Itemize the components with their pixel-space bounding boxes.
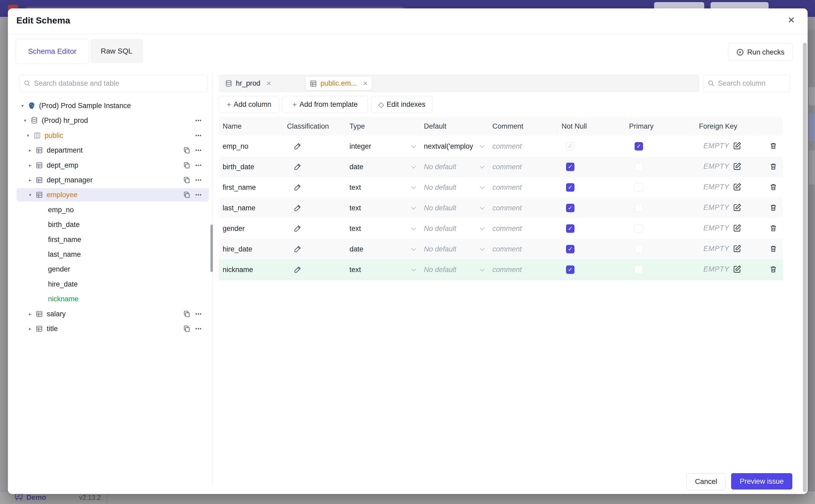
database-tab-chip[interactable]: public.em...✕	[306, 77, 371, 90]
close-chip-icon[interactable]: ✕	[363, 80, 368, 87]
chevron-down-icon[interactable]	[479, 145, 485, 148]
caret-right-icon[interactable]: ▸	[29, 311, 35, 317]
chevron-down-icon[interactable]	[411, 206, 417, 210]
copy-icon[interactable]	[183, 191, 190, 198]
more-icon[interactable]	[195, 132, 202, 139]
trash-icon[interactable]	[769, 245, 777, 253]
pencil-icon[interactable]	[294, 245, 302, 253]
tree-item-nickname[interactable]: nickname	[17, 292, 209, 306]
caret-right-icon[interactable]: ▸	[29, 148, 35, 153]
chevron-down-icon[interactable]	[411, 145, 417, 148]
not-null-checkbox[interactable]: ✓	[566, 142, 575, 151]
pencil-icon[interactable]	[294, 142, 302, 150]
run-checks-button[interactable]: Run checks	[728, 43, 793, 61]
comment-input[interactable]: comment	[493, 225, 522, 233]
column-type-select[interactable]: text	[349, 225, 361, 233]
more-icon[interactable]	[195, 191, 202, 198]
trash-icon[interactable]	[769, 224, 777, 232]
copy-icon[interactable]	[183, 176, 190, 184]
column-type-select[interactable]: date	[349, 245, 363, 253]
column-name[interactable]: last_name	[223, 204, 255, 212]
column-type-select[interactable]: integer	[349, 142, 371, 151]
tree-item-birth_date[interactable]: birth_date	[17, 218, 209, 231]
trash-icon[interactable]	[769, 142, 777, 150]
more-icon[interactable]	[195, 117, 202, 124]
chevron-down-icon[interactable]	[479, 186, 485, 190]
copy-icon[interactable]	[183, 147, 190, 154]
tree-item-public[interactable]: ▾public	[17, 129, 209, 142]
column-default-select[interactable]: No default	[424, 204, 456, 212]
chevron-down-icon[interactable]	[479, 165, 485, 169]
primary-checkbox[interactable]	[635, 183, 643, 192]
tree-item-employee[interactable]: ▾employee	[17, 188, 209, 201]
edit-indexes-button[interactable]: ◇Edit indexes	[371, 96, 433, 113]
column-name[interactable]: birth_date	[223, 163, 254, 171]
add-from-template-button[interactable]: +Add from template	[282, 96, 368, 113]
primary-checkbox[interactable]	[635, 265, 643, 274]
chevron-down-icon[interactable]	[411, 227, 417, 231]
edit-box-icon[interactable]	[733, 265, 741, 273]
pencil-icon[interactable]	[294, 204, 302, 212]
trash-icon[interactable]	[769, 163, 777, 171]
column-default-select[interactable]: No default	[424, 163, 456, 171]
tree-item-(Prod) Prod Sample Instance[interactable]: ▾(Prod) Prod Sample Instance	[17, 99, 209, 112]
copy-icon[interactable]	[183, 325, 190, 332]
tree-item-dept_manager[interactable]: ▸dept_manager	[17, 173, 209, 187]
tab-raw-sql[interactable]: Raw SQL	[90, 39, 143, 63]
comment-input[interactable]: comment	[493, 183, 522, 192]
trash-icon[interactable]	[769, 183, 777, 191]
preview-issue-button[interactable]: Preview issue	[731, 473, 792, 490]
primary-checkbox[interactable]	[635, 204, 643, 212]
not-null-checkbox[interactable]: ✓	[566, 224, 575, 233]
more-icon[interactable]	[195, 310, 202, 318]
primary-checkbox[interactable]	[635, 224, 643, 233]
column-default-select[interactable]: No default	[424, 183, 456, 192]
trash-icon[interactable]	[769, 204, 777, 212]
chevron-down-icon[interactable]	[479, 248, 485, 251]
more-icon[interactable]	[195, 176, 202, 184]
primary-checkbox[interactable]	[635, 163, 643, 171]
trash-icon[interactable]	[769, 265, 777, 273]
more-icon[interactable]	[195, 325, 202, 332]
chevron-down-icon[interactable]	[479, 268, 485, 272]
chevron-down-icon[interactable]	[411, 248, 417, 251]
primary-checkbox[interactable]: ✓	[635, 142, 643, 151]
tree-item-(Prod) hr_prod[interactable]: ▾(Prod) hr_prod	[17, 114, 209, 127]
comment-input[interactable]: comment	[493, 245, 522, 253]
chevron-down-icon[interactable]	[411, 165, 417, 169]
tree-item-salary[interactable]: ▸salary	[17, 307, 209, 321]
chevron-down-icon[interactable]	[411, 186, 417, 190]
tree-item-emp_no[interactable]: emp_no	[17, 203, 209, 216]
tree-item-hire_date[interactable]: hire_date	[17, 278, 209, 291]
chevron-down-icon[interactable]	[479, 206, 485, 210]
not-null-checkbox[interactable]: ✓	[566, 265, 575, 274]
tree-item-dept_emp[interactable]: ▸dept_emp	[17, 159, 209, 172]
column-default-select[interactable]: nextval('employ	[424, 142, 473, 151]
column-default-select[interactable]: No default	[424, 225, 456, 233]
column-name[interactable]: first_name	[223, 183, 256, 192]
copy-icon[interactable]	[183, 162, 190, 169]
modal-scrollbar-thumb[interactable]	[803, 43, 807, 492]
caret-down-icon[interactable]: ▾	[29, 192, 35, 198]
more-icon[interactable]	[195, 147, 202, 154]
close-icon[interactable]: ✕	[785, 14, 797, 26]
caret-down-icon[interactable]: ▾	[21, 103, 28, 109]
column-default-select[interactable]: No default	[424, 266, 456, 274]
caret-right-icon[interactable]: ▸	[29, 163, 35, 168]
not-null-checkbox[interactable]: ✓	[566, 245, 575, 253]
sidebar-scrollbar-thumb[interactable]	[210, 225, 213, 272]
caret-right-icon[interactable]: ▸	[29, 177, 35, 183]
close-chip-icon[interactable]: ✕	[266, 80, 271, 87]
comment-input[interactable]: comment	[493, 204, 522, 212]
database-tab-chip[interactable]: hr_prod✕	[221, 77, 275, 90]
pencil-icon[interactable]	[294, 265, 302, 273]
column-type-select[interactable]: text	[349, 204, 361, 212]
edit-box-icon[interactable]	[733, 203, 741, 212]
chevron-down-icon[interactable]	[411, 268, 417, 272]
comment-input[interactable]: comment	[493, 266, 522, 274]
tree-item-first_name[interactable]: first_name	[17, 233, 209, 246]
tree-item-title[interactable]: ▸title	[17, 322, 209, 335]
not-null-checkbox[interactable]: ✓	[566, 183, 575, 192]
caret-down-icon[interactable]: ▾	[27, 133, 33, 138]
not-null-checkbox[interactable]: ✓	[566, 163, 575, 171]
